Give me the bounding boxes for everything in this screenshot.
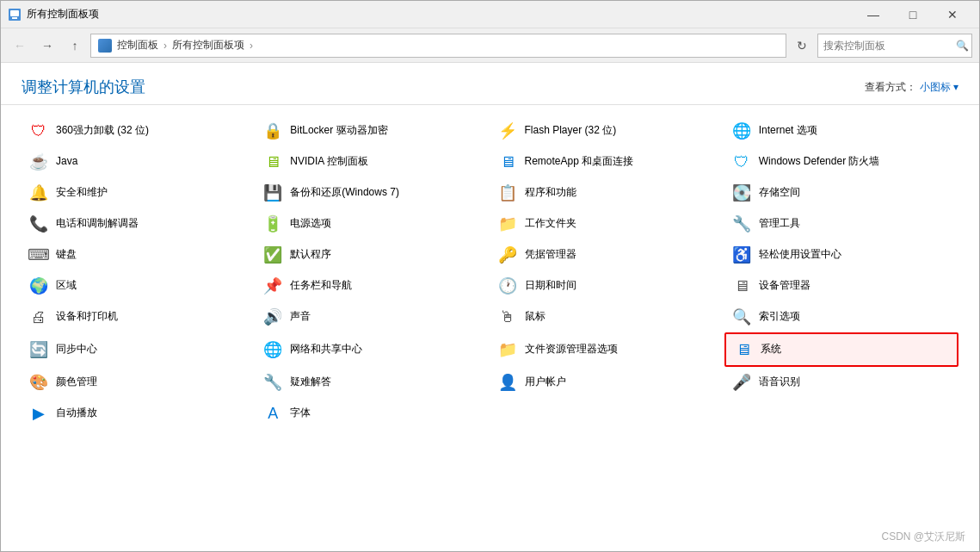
content-title: 调整计算机的设置 [22,77,145,97]
item-label-storage: 存储空间 [759,186,800,200]
item-label-flash: Flash Player (32 位) [525,124,617,138]
item-icon-credential: 🔑 [497,245,518,265]
item-phone[interactable]: 📞电话和调制解调器 [22,208,256,239]
item-label-sync: 同步中心 [56,343,97,357]
item-internet[interactable]: 🌐Internet 选项 [724,115,958,146]
nav-bar: ← → ↑ 控制面板 › 所有控制面板项 › ↻ 🔍 [1,28,979,63]
item-backup[interactable]: 💾备份和还原(Windows 7) [256,177,490,208]
item-keyboard[interactable]: ⌨键盘 [22,239,256,270]
window-controls: — □ ✕ [854,1,972,28]
scroll-area[interactable]: 🛡360强力卸载 (32 位)🔒BitLocker 驱动器加密⚡Flash Pl… [1,105,979,551]
item-icon-user: 👤 [497,372,518,393]
view-options: 查看方式： 小图标 ▾ [865,80,958,95]
item-icon-java: ☕ [28,152,49,172]
item-a360[interactable]: 🛡360强力卸载 (32 位) [22,115,256,146]
item-label-fileexp: 文件资源管理器选项 [525,343,618,357]
item-icon-programs: 📋 [497,183,518,203]
item-programs[interactable]: 📋程序和功能 [490,177,724,208]
window-icon [8,8,22,22]
address-icon [98,39,112,53]
item-label-remote: RemoteApp 和桌面连接 [525,155,634,169]
content-header: 调整计算机的设置 查看方式： 小图标 ▾ [1,63,979,105]
item-icon-color: 🎨 [28,372,49,393]
search-icon: 🔍 [956,40,969,52]
item-label-user: 用户帐户 [525,375,566,389]
item-flash[interactable]: ⚡Flash Player (32 位) [490,115,724,146]
item-power[interactable]: 🔋电源选项 [256,208,490,239]
item-icon-backup: 💾 [262,183,283,203]
maximize-button[interactable]: □ [893,1,933,28]
item-icon-internet: 🌐 [731,121,752,141]
item-storage[interactable]: 💽存储空间 [724,177,958,208]
item-label-taskbar: 任务栏和导航 [290,279,352,293]
items-grid: 🛡360强力卸载 (32 位)🔒BitLocker 驱动器加密⚡Flash Pl… [22,115,958,429]
item-icon-bitlocker: 🔒 [262,121,283,141]
item-label-security: 安全和维护 [56,186,108,200]
item-devmgr[interactable]: 🖥设备管理器 [724,270,958,301]
search-box: 🔍 [817,34,972,58]
item-bitlocker[interactable]: 🔒BitLocker 驱动器加密 [256,115,490,146]
item-icon-nvidia: 🖥 [262,152,283,172]
item-region[interactable]: 🌍区域 [22,270,256,301]
refresh-button[interactable]: ↻ [790,34,814,58]
item-label-font: 字体 [290,406,311,420]
item-icon-index: 🔍 [731,307,752,327]
item-manage[interactable]: 🔧管理工具 [724,208,958,239]
item-icon-security: 🔔 [28,183,49,203]
item-java[interactable]: ☕Java [22,146,256,177]
item-speech[interactable]: 🎤语音识别 [724,367,958,398]
item-label-programs: 程序和功能 [525,186,576,200]
item-icon-flash: ⚡ [497,121,518,141]
minimize-button[interactable]: — [854,1,893,28]
forward-button[interactable]: → [35,34,59,58]
search-input[interactable] [823,40,952,52]
up-button[interactable]: ↑ [63,34,87,58]
item-font[interactable]: A字体 [256,398,490,429]
item-index[interactable]: 🔍索引选项 [724,301,958,332]
item-defender[interactable]: 🛡Windows Defender 防火墙 [724,146,958,177]
item-color[interactable]: 🎨颜色管理 [22,367,256,398]
item-label-java: Java [56,155,77,169]
item-label-defender: Windows Defender 防火墙 [759,155,880,169]
item-devices[interactable]: 🖨设备和打印机 [22,301,256,332]
item-icon-datetime: 🕐 [497,276,518,296]
item-datetime[interactable]: 🕐日期和时间 [490,270,724,301]
item-sound[interactable]: 🔊声音 [256,301,490,332]
item-icon-devices: 🖨 [28,307,49,327]
item-remote[interactable]: 🖥RemoteApp 和桌面连接 [490,146,724,177]
item-icon-keyboard: ⌨ [28,245,49,265]
item-ease[interactable]: ♿轻松使用设置中心 [724,239,958,270]
item-default[interactable]: ✅默认程序 [256,239,490,270]
item-icon-sync: 🔄 [28,339,49,360]
item-sync[interactable]: 🔄同步中心 [22,332,256,367]
item-taskbar[interactable]: 📌任务栏和导航 [256,270,490,301]
item-nvidia[interactable]: 🖥NVIDIA 控制面板 [256,146,490,177]
item-icon-ease: ♿ [731,245,752,265]
item-label-keyboard: 键盘 [56,248,77,262]
item-workfolder[interactable]: 📁工作文件夹 [490,208,724,239]
item-label-internet: Internet 选项 [759,124,817,138]
view-mode-link[interactable]: 小图标 ▾ [920,80,958,95]
item-trouble[interactable]: 🔧疑难解答 [256,367,490,398]
item-credential[interactable]: 🔑凭据管理器 [490,239,724,270]
item-autoplay[interactable]: ▶自动播放 [22,398,256,429]
item-fileexp[interactable]: 📁文件资源管理器选项 [490,332,724,367]
close-button[interactable]: ✕ [933,1,972,28]
item-icon-mouse: 🖱 [497,307,518,327]
item-network[interactable]: 🌐网络和共享中心 [256,332,490,367]
item-label-datetime: 日期和时间 [525,279,576,293]
item-mouse[interactable]: 🖱鼠标 [490,301,724,332]
back-button[interactable]: ← [8,34,32,58]
item-label-phone: 电话和调制解调器 [56,217,139,231]
item-label-region: 区域 [56,279,77,293]
item-label-backup: 备份和还原(Windows 7) [290,186,399,200]
address-bar[interactable]: 控制面板 › 所有控制面板项 › [90,34,786,58]
item-system[interactable]: 🖥系统 [724,332,958,367]
item-label-power: 电源选项 [290,217,331,231]
item-label-ease: 轻松使用设置中心 [759,248,841,262]
address-sep-2: › [250,40,253,52]
item-user[interactable]: 👤用户帐户 [490,367,724,398]
item-security[interactable]: 🔔安全和维护 [22,177,256,208]
item-label-autoplay: 自动播放 [56,406,97,420]
item-label-network: 网络和共享中心 [290,343,362,357]
